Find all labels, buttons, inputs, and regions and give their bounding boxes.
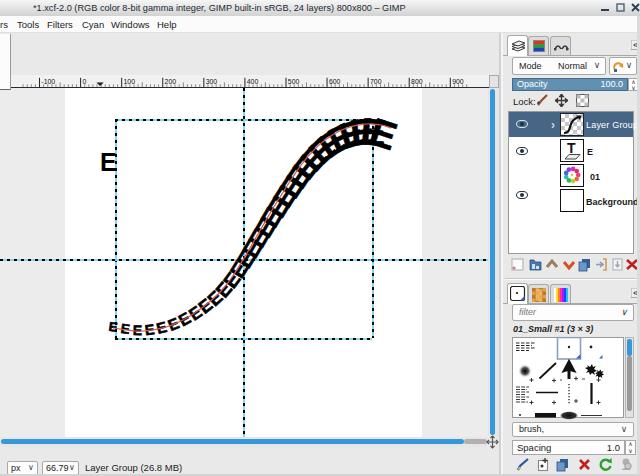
svg-text:0: 0	[82, 78, 86, 85]
svg-text:100: 100	[124, 78, 136, 85]
svg-text:700: 700	[370, 78, 382, 85]
svg-text:600: 600	[329, 78, 341, 85]
svg-text:900: 900	[452, 78, 464, 85]
svg-text:800: 800	[411, 78, 423, 85]
svg-text:E: E	[108, 319, 119, 335]
svg-text:500: 500	[288, 78, 300, 85]
svg-text:-100: -100	[41, 78, 55, 85]
svg-text:E: E	[100, 148, 117, 176]
svg-text:400: 400	[247, 78, 259, 85]
svg-text:E: E	[133, 322, 143, 338]
svg-text:200: 200	[165, 78, 177, 85]
svg-text:300: 300	[206, 78, 218, 85]
